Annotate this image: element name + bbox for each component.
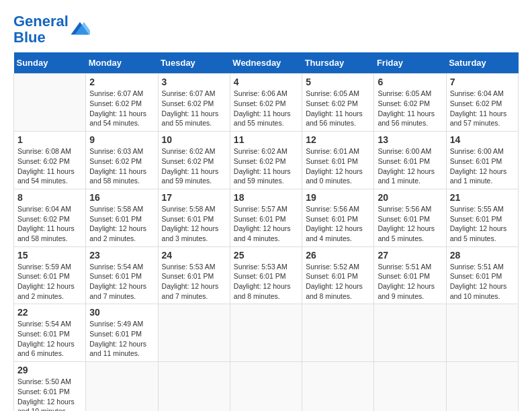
calendar-week-4: 15Sunrise: 5:59 AM Sunset: 6:01 PM Dayli…	[14, 246, 519, 304]
day-number: 27	[378, 250, 442, 261]
day-info: Sunrise: 6:00 AM Sunset: 6:01 PM Dayligh…	[450, 146, 515, 186]
calendar-cell: 28Sunrise: 5:51 AM Sunset: 6:01 PM Dayli…	[446, 246, 518, 304]
day-number: 26	[306, 250, 370, 261]
day-info: Sunrise: 6:02 AM Sunset: 6:02 PM Dayligh…	[234, 146, 298, 186]
day-number: 18	[234, 192, 298, 203]
day-info: Sunrise: 6:01 AM Sunset: 6:01 PM Dayligh…	[306, 146, 370, 186]
day-number: 19	[306, 192, 370, 203]
day-number: 2	[89, 77, 154, 87]
day-info: Sunrise: 5:51 AM Sunset: 6:01 PM Dayligh…	[378, 262, 442, 302]
calendar-cell: 12Sunrise: 6:01 AM Sunset: 6:01 PM Dayli…	[302, 132, 374, 189]
calendar-cell: 26Sunrise: 5:52 AM Sunset: 6:01 PM Dayli…	[302, 246, 374, 304]
day-number: 9	[89, 134, 154, 145]
day-number: 7	[450, 77, 515, 87]
day-info: Sunrise: 5:58 AM Sunset: 6:01 PM Dayligh…	[89, 204, 154, 244]
day-number: 14	[450, 134, 515, 145]
day-info: Sunrise: 6:05 AM Sunset: 6:02 PM Dayligh…	[378, 89, 442, 128]
day-number: 5	[306, 77, 370, 87]
calendar-cell: 19Sunrise: 5:56 AM Sunset: 6:01 PM Dayli…	[302, 189, 374, 246]
calendar-cell: 7Sunrise: 6:04 AM Sunset: 6:02 PM Daylig…	[446, 74, 518, 132]
day-info: Sunrise: 5:49 AM Sunset: 6:01 PM Dayligh…	[89, 319, 154, 359]
day-info: Sunrise: 6:05 AM Sunset: 6:02 PM Dayligh…	[306, 89, 370, 128]
day-info: Sunrise: 5:58 AM Sunset: 6:01 PM Dayligh…	[162, 204, 226, 244]
day-info: Sunrise: 5:56 AM Sunset: 6:01 PM Dayligh…	[306, 204, 370, 244]
day-info: Sunrise: 5:53 AM Sunset: 6:01 PM Dayligh…	[234, 262, 298, 302]
calendar-cell	[158, 304, 230, 362]
day-info: Sunrise: 6:04 AM Sunset: 6:02 PM Dayligh…	[17, 204, 82, 244]
day-number: 17	[162, 192, 226, 203]
day-number: 24	[162, 250, 226, 261]
calendar-cell: 20Sunrise: 5:56 AM Sunset: 6:01 PM Dayli…	[374, 189, 446, 246]
day-number: 3	[162, 77, 226, 87]
logo-icon	[70, 19, 90, 40]
calendar-cell: 5Sunrise: 6:05 AM Sunset: 6:02 PM Daylig…	[302, 74, 374, 132]
calendar-cell: 22Sunrise: 5:54 AM Sunset: 6:01 PM Dayli…	[14, 304, 86, 362]
calendar-cell: 17Sunrise: 5:58 AM Sunset: 6:01 PM Dayli…	[158, 189, 230, 246]
day-info: Sunrise: 5:54 AM Sunset: 6:01 PM Dayligh…	[17, 319, 82, 359]
day-number: 4	[234, 77, 298, 87]
header-monday: Monday	[86, 52, 158, 74]
day-number: 25	[234, 250, 298, 261]
calendar-cell	[14, 74, 86, 132]
calendar-week-5: 22Sunrise: 5:54 AM Sunset: 6:01 PM Dayli…	[14, 304, 519, 362]
calendar-cell: 1Sunrise: 6:08 AM Sunset: 6:02 PM Daylig…	[14, 132, 86, 189]
day-number: 6	[378, 77, 442, 87]
calendar-cell: 11Sunrise: 6:02 AM Sunset: 6:02 PM Dayli…	[230, 132, 302, 189]
day-number: 10	[162, 134, 226, 145]
calendar-cell: 24Sunrise: 5:53 AM Sunset: 6:01 PM Dayli…	[158, 246, 230, 304]
day-info: Sunrise: 5:54 AM Sunset: 6:01 PM Dayligh…	[89, 262, 154, 302]
calendar-cell	[446, 362, 518, 411]
calendar-week-1: 2Sunrise: 6:07 AM Sunset: 6:02 PM Daylig…	[14, 74, 519, 132]
calendar-cell: 4Sunrise: 6:06 AM Sunset: 6:02 PM Daylig…	[230, 74, 302, 132]
day-info: Sunrise: 5:55 AM Sunset: 6:01 PM Dayligh…	[450, 204, 515, 244]
calendar-week-2: 1Sunrise: 6:08 AM Sunset: 6:02 PM Daylig…	[14, 132, 519, 189]
calendar-cell: 13Sunrise: 6:00 AM Sunset: 6:01 PM Dayli…	[374, 132, 446, 189]
calendar-cell: 23Sunrise: 5:54 AM Sunset: 6:01 PM Dayli…	[86, 246, 158, 304]
calendar-cell: 10Sunrise: 6:02 AM Sunset: 6:02 PM Dayli…	[158, 132, 230, 189]
day-number: 21	[450, 192, 515, 203]
calendar-cell: 25Sunrise: 5:53 AM Sunset: 6:01 PM Dayli…	[230, 246, 302, 304]
day-number: 23	[89, 250, 154, 261]
calendar-cell	[374, 362, 446, 411]
header-tuesday: Tuesday	[158, 52, 230, 74]
calendar-cell	[302, 362, 374, 411]
calendar-cell: 2Sunrise: 6:07 AM Sunset: 6:02 PM Daylig…	[86, 74, 158, 132]
day-info: Sunrise: 6:04 AM Sunset: 6:02 PM Dayligh…	[450, 89, 515, 128]
day-info: Sunrise: 5:57 AM Sunset: 6:01 PM Dayligh…	[234, 204, 298, 244]
calendar-cell: 15Sunrise: 5:59 AM Sunset: 6:01 PM Dayli…	[14, 246, 86, 304]
day-number: 16	[89, 192, 154, 203]
calendar-cell	[302, 304, 374, 362]
day-number: 1	[17, 134, 82, 145]
calendar-week-3: 8Sunrise: 6:04 AM Sunset: 6:02 PM Daylig…	[14, 189, 519, 246]
calendar-cell: 21Sunrise: 5:55 AM Sunset: 6:01 PM Dayli…	[446, 189, 518, 246]
day-number: 20	[378, 192, 442, 203]
day-number: 13	[378, 134, 442, 145]
calendar-cell: 16Sunrise: 5:58 AM Sunset: 6:01 PM Dayli…	[86, 189, 158, 246]
header-wednesday: Wednesday	[230, 52, 302, 74]
calendar-cell	[230, 362, 302, 411]
header-thursday: Thursday	[302, 52, 374, 74]
calendar-cell: 27Sunrise: 5:51 AM Sunset: 6:01 PM Dayli…	[374, 246, 446, 304]
day-info: Sunrise: 5:52 AM Sunset: 6:01 PM Dayligh…	[306, 262, 370, 302]
day-number: 30	[89, 307, 154, 318]
day-info: Sunrise: 5:59 AM Sunset: 6:01 PM Dayligh…	[17, 262, 82, 302]
calendar-cell	[86, 362, 158, 411]
day-number: 15	[17, 250, 82, 261]
calendar-cell	[374, 304, 446, 362]
day-number: 8	[17, 192, 82, 203]
calendar-cell: 29Sunrise: 5:50 AM Sunset: 6:01 PM Dayli…	[14, 362, 86, 411]
day-info: Sunrise: 6:07 AM Sunset: 6:02 PM Dayligh…	[89, 89, 154, 128]
day-info: Sunrise: 6:02 AM Sunset: 6:02 PM Dayligh…	[162, 146, 226, 186]
calendar-cell	[446, 304, 518, 362]
calendar-table: SundayMondayTuesdayWednesdayThursdayFrid…	[13, 52, 519, 411]
day-number: 28	[450, 250, 515, 261]
header-row: SundayMondayTuesdayWednesdayThursdayFrid…	[14, 52, 519, 74]
calendar-week-6: 29Sunrise: 5:50 AM Sunset: 6:01 PM Dayli…	[14, 362, 519, 411]
calendar-cell: 9Sunrise: 6:03 AM Sunset: 6:02 PM Daylig…	[86, 132, 158, 189]
header-sunday: Sunday	[14, 52, 86, 74]
day-info: Sunrise: 6:00 AM Sunset: 6:01 PM Dayligh…	[378, 146, 442, 186]
calendar-cell: 6Sunrise: 6:05 AM Sunset: 6:02 PM Daylig…	[374, 74, 446, 132]
day-number: 11	[234, 134, 298, 145]
day-info: Sunrise: 5:56 AM Sunset: 6:01 PM Dayligh…	[378, 204, 442, 244]
header-saturday: Saturday	[446, 52, 518, 74]
